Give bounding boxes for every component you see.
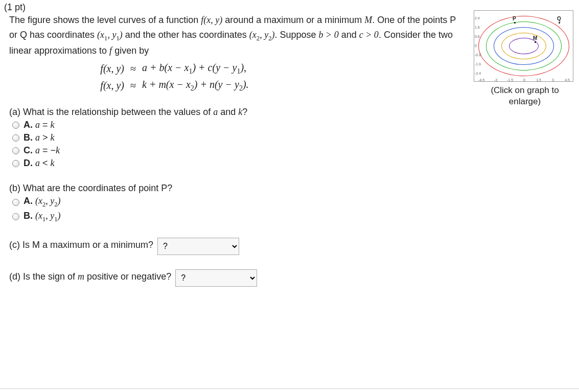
xy1-math: (x1, y1) (97, 30, 123, 40)
radio-icon[interactable] (12, 134, 19, 142)
option-a-D-label: D. a < k (24, 158, 55, 169)
question-intro: The figure shows the level curves of a f… (9, 13, 459, 58)
part-d-prefix: (d) Is the sign of (9, 271, 78, 282)
radio-icon[interactable] (12, 213, 19, 220)
point-P-dot (514, 22, 516, 24)
xtick: -4.5 (478, 78, 484, 82)
intro-text-8: given by (112, 45, 149, 56)
intro-text-1: The figure shows the level curves of a f… (9, 15, 201, 25)
approx-symbol-2: ≈ (130, 80, 136, 91)
option-b-A-label: A. (x2, y2) (24, 196, 61, 209)
intro-text-5: . Suppose (274, 30, 318, 40)
option-b-B-label: B. (x1, y1) (24, 211, 61, 223)
b-A-prefix: A. (24, 196, 35, 206)
radio-icon[interactable] (12, 160, 19, 167)
xtick: 4.5 (565, 78, 570, 82)
xtick: 1.5 (536, 78, 541, 82)
radio-icon[interactable] (12, 199, 19, 206)
xtick: 0 (523, 78, 525, 82)
radio-icon[interactable] (12, 147, 19, 154)
xtick: -1.5 (507, 78, 513, 82)
qmark-a: ? (242, 107, 247, 117)
point-Q-dot (559, 22, 560, 24)
ytick: 0 (475, 44, 477, 48)
option-b-A[interactable]: A. (x2, y2) (12, 196, 575, 209)
m-var: m (78, 271, 84, 282)
option-a-B[interactable]: B. a > k (12, 132, 575, 143)
fxy-math: f(x, y) (201, 15, 222, 25)
graph-panel: P Q M -4.5 -3 -1.5 0 1.5 3 4.5 2.4 1.8 0… (474, 10, 576, 107)
approx-symbol-1: ≈ (130, 63, 136, 75)
part-a-text: (a) What is the relationship between the… (9, 107, 213, 117)
option-a-D[interactable]: D. a < k (12, 158, 575, 169)
option-a-A[interactable]: A. a = k (12, 120, 575, 130)
graph-box[interactable]: P Q M -4.5 -3 -1.5 0 1.5 3 4.5 2.4 1.8 0… (474, 10, 573, 82)
point-P-label: P (513, 16, 516, 21)
part-c-question: (c) Is M a maximum or a minimum? (9, 240, 153, 250)
b-cond: b > 0 (319, 30, 339, 40)
a-var: a (213, 107, 218, 117)
c-cond: c > 0 (359, 30, 379, 40)
option-a-C-label: C. a = −k (24, 145, 60, 156)
eq2-left: f(x, y) (86, 80, 124, 91)
part-b-question: (b) What are the coordinates of point P? (9, 183, 575, 194)
part-d-question: (d) Is the sign of m positive or negativ… (9, 271, 171, 282)
part-d: (d) Is the sign of m positive or negativ… (9, 269, 575, 287)
part-a-question: (a) What is the relationship between the… (9, 107, 575, 118)
M-math: M (364, 15, 372, 25)
ytick: 0.8 (475, 35, 480, 38)
ytick: -0.8 (475, 53, 481, 57)
xtick: -3 (494, 78, 497, 82)
part-c-select[interactable]: ? (157, 238, 239, 255)
intro-text-4: and the other has coordinates (123, 30, 249, 40)
b-B-prefix: B. (24, 211, 35, 221)
eq1-right: a + b(x − x1) + c(y − y1), (142, 62, 246, 76)
option-a-B-label: B. a > k (24, 132, 55, 143)
part-a: (a) What is the relationship between the… (9, 107, 575, 169)
ytick: -2.4 (475, 72, 481, 75)
ytick: 2.4 (475, 16, 480, 20)
ytick: -1.6 (475, 62, 481, 66)
radio-icon[interactable] (12, 122, 19, 129)
graph-caption: (Click on graph to enlarge) (474, 85, 576, 107)
part-c: (c) Is M a maximum or a minimum? ? (9, 238, 575, 255)
eq2-right: k + m(x − x2) + n(y − y2). (142, 79, 249, 93)
ytick: 1.8 (475, 26, 480, 29)
and-text: and (218, 107, 238, 117)
point-M-dot (535, 41, 536, 43)
intro-text-2: around a maximum or a minimum (222, 15, 364, 25)
point-Q-label: Q (557, 16, 561, 21)
eq1-left: f(x, y) (86, 63, 124, 75)
point-M-label: M (533, 35, 537, 41)
xtick: 3 (552, 78, 554, 82)
part-b: (b) What are the coordinates of point P?… (9, 183, 575, 223)
option-b-B[interactable]: B. (x1, y1) (12, 211, 575, 223)
xy2-math: (x2, y2) (249, 30, 275, 40)
part-d-select[interactable]: ? (175, 269, 257, 287)
bottom-rule (0, 388, 579, 389)
option-a-C[interactable]: C. a = −k (12, 145, 575, 156)
intro-text-6: and (339, 30, 359, 40)
option-a-A-label: A. a = k (24, 120, 55, 130)
part-d-suffix: positive or negative? (84, 271, 171, 282)
